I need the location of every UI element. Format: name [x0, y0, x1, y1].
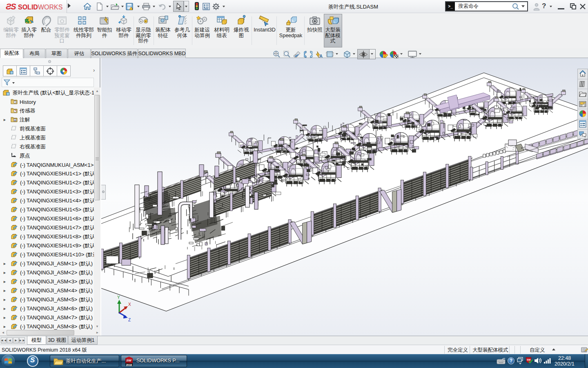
svg-text:2018: 2018	[126, 364, 132, 366]
svg-text:Z: Z	[128, 318, 131, 322]
svg-text:A: A	[14, 119, 16, 121]
svg-text:Y: Y	[117, 295, 120, 300]
svg-text:A: A	[319, 54, 323, 58]
svg-text:SW: SW	[527, 359, 531, 361]
svg-text:X: X	[128, 302, 131, 307]
svg-text:!: !	[132, 7, 133, 10]
svg-text:SW: SW	[126, 359, 132, 362]
